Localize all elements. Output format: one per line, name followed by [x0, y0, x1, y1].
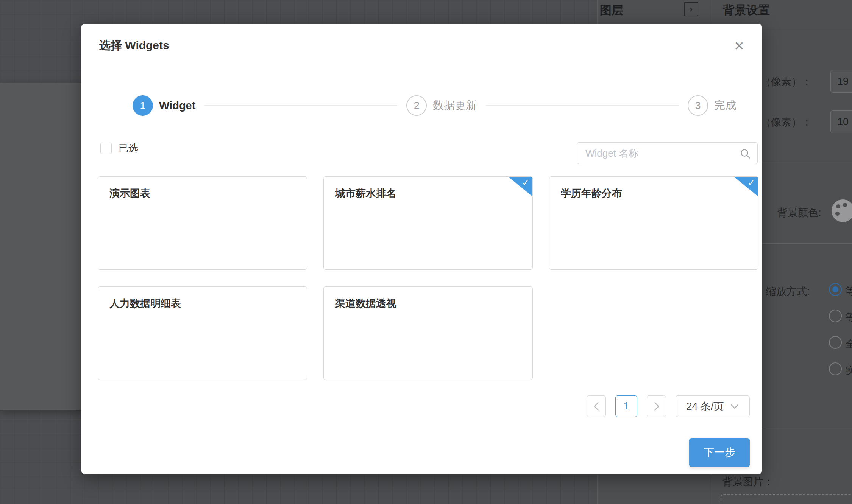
- step-1-label: Widget: [159, 100, 195, 112]
- canvas-height-input[interactable]: 10: [830, 110, 852, 133]
- scale-radio-selected[interactable]: [829, 283, 842, 296]
- color-palette-icon[interactable]: [832, 199, 852, 222]
- background-color-label: 背景颜色:: [777, 206, 821, 219]
- widget-card[interactable]: 人力数据明细表: [98, 286, 307, 380]
- scale-radio[interactable]: [829, 362, 842, 375]
- scale-radio[interactable]: [829, 310, 842, 322]
- step-connector: [204, 105, 397, 106]
- selected-only-label: 已选: [119, 142, 138, 154]
- widget-card-grid: 演示图表 城市薪水排名 ✓ 学历年龄分布 ✓ 人力数据明细表 渠道数据透视: [98, 176, 758, 380]
- widget-card-selected[interactable]: 学历年龄分布 ✓: [549, 176, 758, 270]
- step-3-label: 完成: [714, 98, 736, 113]
- step-1-circle: 1: [133, 95, 153, 116]
- select-widgets-dialog: 选择 Widgets ✕ 1 Widget 2 数据更新 3 完成 已选 演示图…: [81, 24, 762, 474]
- prev-page-button[interactable]: [587, 395, 606, 417]
- chevron-right-icon: [653, 401, 660, 411]
- widget-card-selected[interactable]: 城市薪水排名 ✓: [323, 176, 533, 270]
- background-image-upload-box[interactable]: [721, 494, 852, 504]
- page-size-select[interactable]: 24 条/页: [676, 395, 750, 417]
- scale-option-label: 等: [846, 311, 852, 324]
- chevron-left-icon: [593, 401, 600, 411]
- scale-option-label: 全: [846, 337, 852, 351]
- widget-search-box: [577, 142, 758, 164]
- close-icon[interactable]: ✕: [731, 37, 747, 54]
- next-page-button[interactable]: [647, 395, 666, 417]
- scale-radio[interactable]: [829, 336, 842, 349]
- background-settings-title: 背景设置: [723, 2, 770, 18]
- selected-only-checkbox[interactable]: [100, 143, 112, 154]
- step-2-label: 数据更新: [433, 98, 477, 113]
- widget-card[interactable]: 渠道数据透视: [323, 286, 533, 380]
- widget-search-input[interactable]: [577, 143, 757, 164]
- dialog-footer: 下一步: [81, 429, 762, 474]
- collapse-panel-icon[interactable]: ›: [684, 2, 698, 16]
- widget-card-title: 城市薪水排名: [335, 187, 532, 200]
- widget-card-title: 演示图表: [109, 187, 307, 200]
- page-number-button[interactable]: 1: [615, 395, 637, 417]
- next-step-button[interactable]: 下一步: [689, 438, 750, 467]
- dialog-header: 选择 Widgets ✕: [81, 24, 762, 67]
- canvas-width-input[interactable]: 19: [830, 70, 852, 93]
- widget-card-title: 渠道数据透视: [335, 297, 532, 310]
- dialog-title: 选择 Widgets: [99, 24, 169, 67]
- step-connector: [486, 105, 679, 106]
- scale-option-label: 等: [846, 284, 852, 298]
- step-3-circle: 3: [688, 95, 708, 116]
- step-2-circle: 2: [406, 95, 427, 116]
- scale-mode-label: 缩放方式:: [766, 285, 810, 298]
- background-image-label: 背景图片：: [722, 475, 774, 488]
- layers-panel-title: 图层: [600, 2, 623, 18]
- widget-card-title: 人力数据明细表: [109, 297, 307, 310]
- search-icon: [740, 148, 751, 159]
- page-size-value: 24 条/页: [686, 400, 724, 413]
- widget-card-title: 学历年龄分布: [561, 187, 758, 200]
- chevron-down-icon: [730, 404, 739, 409]
- scale-option-label: 实: [846, 364, 852, 377]
- check-icon: ✓: [747, 177, 755, 188]
- pagination: 1 24 条/页: [587, 395, 750, 417]
- check-icon: ✓: [522, 177, 530, 188]
- wizard-steps: 1 Widget 2 数据更新 3 完成: [133, 95, 736, 117]
- widget-card[interactable]: 演示图表: [98, 176, 307, 270]
